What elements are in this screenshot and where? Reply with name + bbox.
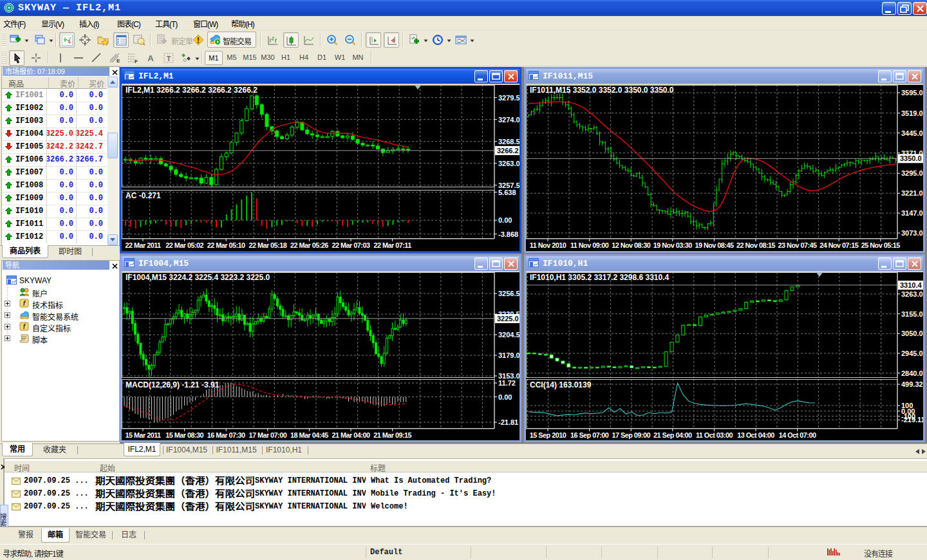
svg-text:IF1011,M15 3352.0 3352.0 3350: IF1011,M15 3352.0 3352.0 3350.0 3350.0 <box>530 86 674 95</box>
svg-text:MACD(12,26,9) -1.21 -3.91: MACD(12,26,9) -1.21 -3.91 <box>126 380 220 389</box>
svg-text:22 Mar 05:18: 22 Mar 05:18 <box>248 241 286 249</box>
svg-text:IF1004,M15 3224.2 3225.4 3223: IF1004,M15 3224.2 3225.4 3223.2 3225.0 <box>126 273 270 282</box>
svg-text:-21.81: -21.81 <box>498 418 518 426</box>
svg-text:22 Mar 2011: 22 Mar 2011 <box>125 241 161 249</box>
svg-text:12 Nov 08:30: 12 Nov 08:30 <box>612 241 651 249</box>
svg-text:17 Sep 09:00: 17 Sep 09:00 <box>612 431 650 439</box>
svg-text:3279.5: 3279.5 <box>498 94 520 102</box>
svg-text:3256.5: 3256.5 <box>498 290 520 297</box>
svg-text:3147.0: 3147.0 <box>901 209 923 217</box>
svg-text:21 Mar 04:00: 21 Mar 04:00 <box>332 431 370 439</box>
svg-text:3050.0: 3050.0 <box>901 330 923 337</box>
svg-text:11 Nov 09:00: 11 Nov 09:00 <box>570 241 609 249</box>
svg-text:17 Mar 07:00: 17 Mar 07:00 <box>248 431 286 439</box>
svg-text:2840.0: 2840.0 <box>901 369 923 377</box>
svg-text:3445.0: 3445.0 <box>901 129 923 137</box>
svg-text:22 Mar 05:10: 22 Mar 05:10 <box>207 241 245 249</box>
svg-text:3225.0: 3225.0 <box>497 315 519 322</box>
svg-text:11 Oct 03:00: 11 Oct 03:00 <box>696 431 733 439</box>
svg-text:3204.5: 3204.5 <box>498 331 520 339</box>
svg-text:3266.2: 3266.2 <box>497 147 519 154</box>
svg-text:T: T <box>167 55 171 62</box>
svg-text:3295.0: 3295.0 <box>901 169 923 177</box>
svg-text:3268.5: 3268.5 <box>498 138 520 145</box>
svg-text:3263.0: 3263.0 <box>901 290 923 298</box>
svg-text:15 Mar 2011: 15 Mar 2011 <box>125 431 161 439</box>
svg-text:E: E <box>117 58 120 64</box>
svg-text:22 Nov 08:15: 22 Nov 08:15 <box>736 241 776 249</box>
svg-text:25 Nov 05:15: 25 Nov 05:15 <box>861 241 901 249</box>
svg-text:21 Sep 04:00: 21 Sep 04:00 <box>653 431 692 439</box>
svg-text:22 Mar 05:02: 22 Mar 05:02 <box>165 241 203 249</box>
svg-text:3274.0: 3274.0 <box>498 116 520 124</box>
svg-text:-219.117: -219.117 <box>901 416 923 424</box>
svg-text:-3.868: -3.868 <box>498 230 518 238</box>
svg-text:19 Nov 03:30: 19 Nov 03:30 <box>653 241 693 249</box>
svg-text:3263.0: 3263.0 <box>498 160 520 167</box>
svg-text:24 Nov 07:15: 24 Nov 07:15 <box>819 241 859 249</box>
svg-text:3310.4: 3310.4 <box>900 281 922 289</box>
svg-text:19 Nov 08:45: 19 Nov 08:45 <box>695 241 734 249</box>
svg-text:22 Mar 07:03: 22 Mar 07:03 <box>332 241 370 249</box>
svg-text:2945.0: 2945.0 <box>901 350 923 357</box>
svg-text:3519.0: 3519.0 <box>901 109 923 117</box>
svg-text:AC -0.271: AC -0.271 <box>126 191 161 200</box>
svg-text:3595.0: 3595.0 <box>901 89 923 97</box>
svg-text:22 Mar 05:26: 22 Mar 05:26 <box>290 241 328 249</box>
svg-text:499.3231: 499.3231 <box>901 380 923 388</box>
svg-text:3221.0: 3221.0 <box>901 189 923 197</box>
svg-text:0.00: 0.00 <box>498 393 512 401</box>
svg-text:A: A <box>147 53 154 63</box>
svg-text:5.638: 5.638 <box>498 189 516 196</box>
svg-text:13 Oct 04:00: 13 Oct 04:00 <box>737 431 774 439</box>
svg-text:IF1010,H1 3305.2 3317.2 3298.: IF1010,H1 3305.2 3317.2 3298.6 3310.4 <box>530 273 670 282</box>
svg-text:CCI(14) 163.0139: CCI(14) 163.0139 <box>530 380 592 389</box>
svg-text:3073.0: 3073.0 <box>901 229 923 237</box>
svg-text:14 Oct 07:00: 14 Oct 07:00 <box>779 431 816 439</box>
svg-text:3179.0: 3179.0 <box>498 351 520 359</box>
svg-text:11.72: 11.72 <box>498 379 516 387</box>
svg-text:11 Nov 2010: 11 Nov 2010 <box>530 241 566 249</box>
svg-text:16 Sep 07:00: 16 Sep 07:00 <box>570 431 609 439</box>
svg-text:23 Nov 07:45: 23 Nov 07:45 <box>778 241 818 249</box>
svg-text:15 Sep 2010: 15 Sep 2010 <box>530 431 566 439</box>
svg-text:16 Mar 07:30: 16 Mar 07:30 <box>207 431 245 439</box>
svg-text:22 Mar 07:11: 22 Mar 07:11 <box>373 241 411 249</box>
svg-text:IFL2,M1 3266.2 3266.2 3266.2: IFL2,M1 3266.2 3266.2 3266.2 3266.2 <box>126 86 258 95</box>
svg-text:F: F <box>135 59 138 64</box>
svg-text:18 Mar 04:45: 18 Mar 04:45 <box>290 431 328 439</box>
svg-text:3350.0: 3350.0 <box>900 154 922 162</box>
svg-text:21 Mar 09:15: 21 Mar 09:15 <box>373 431 411 439</box>
svg-text:3155.0: 3155.0 <box>901 310 923 318</box>
svg-text:0.00: 0.00 <box>498 216 512 224</box>
svg-text:15 Mar 08:30: 15 Mar 08:30 <box>165 431 203 439</box>
